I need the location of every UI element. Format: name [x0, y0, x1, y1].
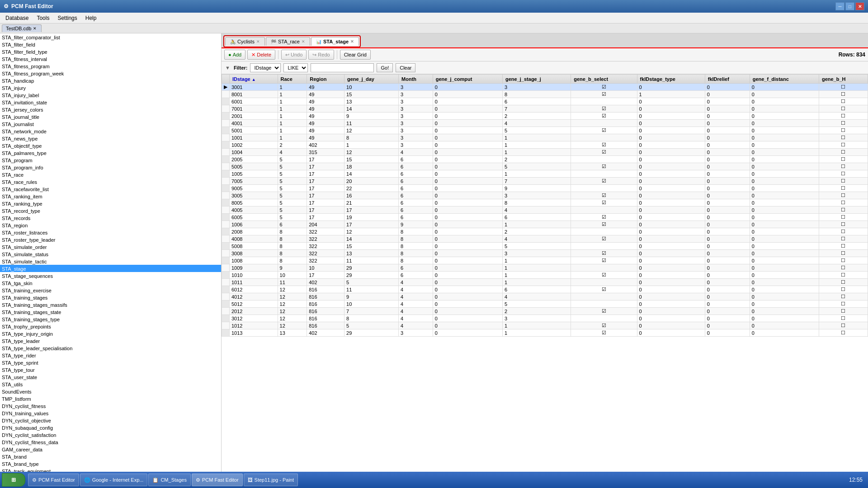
taskbar-paint[interactable]: 🖼 Step11.jpg - Paint	[244, 474, 298, 486]
table-cell[interactable]: 2	[278, 141, 307, 149]
table-cell[interactable]: 0	[637, 98, 705, 105]
table-cell[interactable]: 0	[433, 163, 502, 170]
table-cell[interactable]: ☐	[819, 98, 868, 105]
table-cell[interactable]: 11	[344, 286, 399, 293]
table-cell[interactable]: ☐	[819, 300, 868, 308]
table-cell[interactable]: 0	[705, 322, 750, 329]
table-cell[interactable]: 3	[399, 127, 433, 134]
table-cell[interactable]: 0	[705, 243, 750, 250]
table-cell[interactable]: 8001	[230, 91, 278, 98]
table-cell[interactable]: 18	[344, 163, 399, 170]
table-row[interactable]: 5008832215805000☐	[222, 243, 868, 250]
table-cell[interactable]: 2	[503, 228, 571, 235]
sidebar-item-sta-fitness-program-week[interactable]: STA_fitness_program_week	[0, 70, 221, 77]
table-cell[interactable]: 14	[344, 170, 399, 178]
table-cell[interactable]: ☐	[819, 286, 868, 293]
table-cell[interactable]: 0	[750, 84, 819, 91]
table-cell[interactable]: 0	[750, 149, 819, 156]
table-cell[interactable]: 16	[344, 192, 399, 199]
table-cell[interactable]: 0	[750, 272, 819, 279]
table-cell[interactable]: 5	[278, 199, 307, 206]
table-cell[interactable]	[571, 315, 637, 322]
table-cell[interactable]: 12	[278, 293, 307, 300]
table-cell[interactable]: 0	[433, 322, 502, 329]
table-cell[interactable]: 3	[399, 84, 433, 91]
table-cell[interactable]: 0	[637, 300, 705, 308]
table-cell[interactable]: 0	[433, 149, 502, 156]
table-cell[interactable]: 2	[503, 113, 571, 120]
sidebar-item-sta-race-rules[interactable]: STA_race_rules	[0, 178, 221, 185]
table-cell[interactable]: 0	[750, 127, 819, 134]
table-cell[interactable]: 0	[750, 91, 819, 98]
table-cell[interactable]: 1	[278, 91, 307, 98]
table-cell[interactable]: 2005	[230, 156, 278, 163]
table-cell[interactable]: 4	[278, 149, 307, 156]
table-cell[interactable]: 20	[344, 178, 399, 185]
table-cell[interactable]: 0	[705, 91, 750, 98]
table-cell[interactable]: ☑	[571, 221, 637, 228]
table-cell[interactable]: 0	[705, 141, 750, 149]
table-cell[interactable]: ☑	[571, 192, 637, 199]
table-cell[interactable]: 0	[637, 257, 705, 264]
table-cell[interactable]	[571, 170, 637, 178]
table-cell[interactable]: 8	[399, 228, 433, 235]
table-cell[interactable]: 0	[750, 286, 819, 293]
tab-cyclists[interactable]: 🚴 Cyclists ✕	[225, 37, 265, 46]
table-cell[interactable]: 3	[503, 315, 571, 322]
sidebar-item-sta-type-tour[interactable]: STA_type_tour	[0, 366, 221, 373]
table-cell[interactable]: 0	[705, 300, 750, 308]
table-cell[interactable]: 0	[750, 134, 819, 141]
table-cell[interactable]: 0	[433, 308, 502, 315]
table-cell[interactable]: 9	[344, 293, 399, 300]
sidebar-item-dyn-subaquad-config[interactable]: DYN_subaquad_config	[0, 424, 221, 431]
table-cell[interactable]: 0	[433, 279, 502, 286]
table-cell[interactable]: 3001	[230, 84, 278, 91]
table-cell[interactable]: 12	[278, 315, 307, 322]
sidebar-item-sta-user-state[interactable]: STA_user_state	[0, 373, 221, 380]
table-cell[interactable]: 0	[705, 156, 750, 163]
table-cell[interactable]: 1002	[230, 141, 278, 149]
table-cell[interactable]: 13	[344, 250, 399, 257]
table-cell[interactable]: 0	[433, 178, 502, 185]
table-row[interactable]: 600551719606☑000☐	[222, 214, 868, 221]
table-row[interactable]: 700114914307☑000☐	[222, 105, 868, 113]
table-cell[interactable]: 0	[637, 120, 705, 127]
table-cell[interactable]: 0	[433, 214, 502, 221]
table-cell[interactable]: 10	[344, 84, 399, 91]
table-cell[interactable]: ☐	[819, 91, 868, 98]
sidebar-item-sta-brand[interactable]: STA_brand	[0, 453, 221, 460]
table-cell[interactable]: 49	[307, 134, 344, 141]
table-cell[interactable]: 1004	[230, 149, 278, 156]
table-cell[interactable]: ☑	[571, 199, 637, 206]
table-cell[interactable]: 0	[750, 98, 819, 105]
table-cell[interactable]: 19	[344, 214, 399, 221]
table-row[interactable]: 1012128165401☑000☐	[222, 322, 868, 329]
table-cell[interactable]: 1	[278, 98, 307, 105]
table-cell[interactable]: 15	[344, 156, 399, 163]
table-cell[interactable]: 1	[503, 279, 571, 286]
table-cell[interactable]: 17	[344, 221, 399, 228]
table-cell[interactable]: ☑	[571, 308, 637, 315]
close-btn[interactable]: ✕	[855, 2, 864, 10]
table-cell[interactable]: 0	[750, 315, 819, 322]
table-cell[interactable]	[571, 206, 637, 214]
table-cell[interactable]: ☐	[819, 279, 868, 286]
table-cell[interactable]: 6	[399, 199, 433, 206]
table-cell[interactable]: 0	[705, 214, 750, 221]
table-cell[interactable]: 15	[344, 243, 399, 250]
table-cell[interactable]: 4005	[230, 206, 278, 214]
sidebar-item-dyn-cyclist-satisfaction[interactable]: DYN_cyclist_satisfaction	[0, 431, 221, 438]
sidebar-item-sta-record-type[interactable]: STA_record_type	[0, 207, 221, 214]
table-cell[interactable]: 14	[344, 235, 399, 243]
table-cell[interactable]: 0	[433, 105, 502, 113]
table-cell[interactable]: ☐	[819, 199, 868, 206]
table-cell[interactable]: 49	[307, 105, 344, 113]
table-cell[interactable]: 3	[503, 192, 571, 199]
minimize-btn[interactable]: ─	[835, 2, 844, 10]
delete-button[interactable]: ✕ Delete	[247, 50, 275, 60]
sidebar-item-sta-training-stages-state[interactable]: STA_training_stages_state	[0, 308, 221, 315]
table-row[interactable]: 1008832211801☑000☐	[222, 257, 868, 264]
sidebar-item-sta-roster-type-leader[interactable]: STA_roster_type_leader	[0, 236, 221, 243]
table-cell[interactable]: 0	[637, 235, 705, 243]
table-cell[interactable]: 315	[307, 149, 344, 156]
